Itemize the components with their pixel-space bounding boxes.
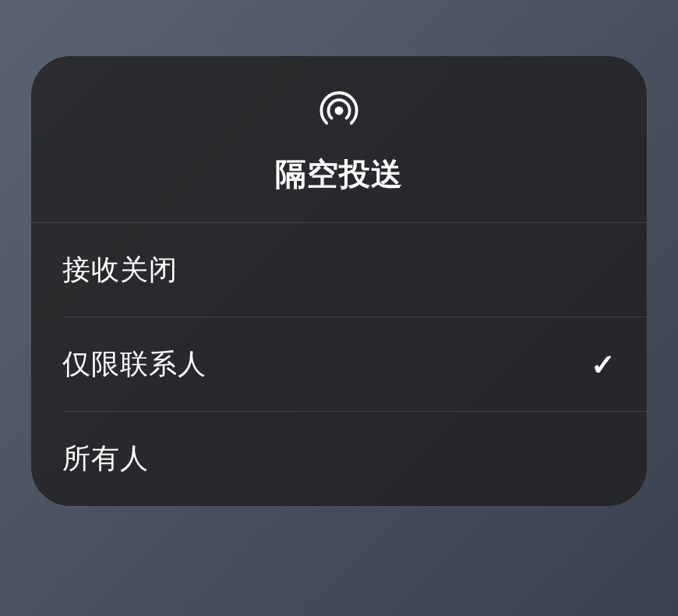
- option-everyone[interactable]: 所有人 ✓: [31, 412, 647, 506]
- panel-title: 隔空投送: [275, 153, 403, 196]
- option-list: 接收关闭 ✓ 仅限联系人 ✓ 所有人 ✓: [31, 223, 647, 506]
- airdrop-icon: [316, 87, 362, 134]
- option-label: 所有人: [62, 440, 149, 478]
- svg-point-0: [335, 107, 344, 115]
- checkmark-icon: ✓: [591, 348, 616, 382]
- option-contacts-only[interactable]: 仅限联系人 ✓: [31, 317, 647, 412]
- panel-header: 隔空投送: [31, 56, 647, 223]
- option-receiving-off[interactable]: 接收关闭 ✓: [31, 223, 647, 317]
- airdrop-panel: 隔空投送 接收关闭 ✓ 仅限联系人 ✓ 所有人 ✓: [31, 56, 647, 506]
- option-label: 接收关闭: [62, 251, 178, 289]
- option-label: 仅限联系人: [62, 345, 207, 384]
